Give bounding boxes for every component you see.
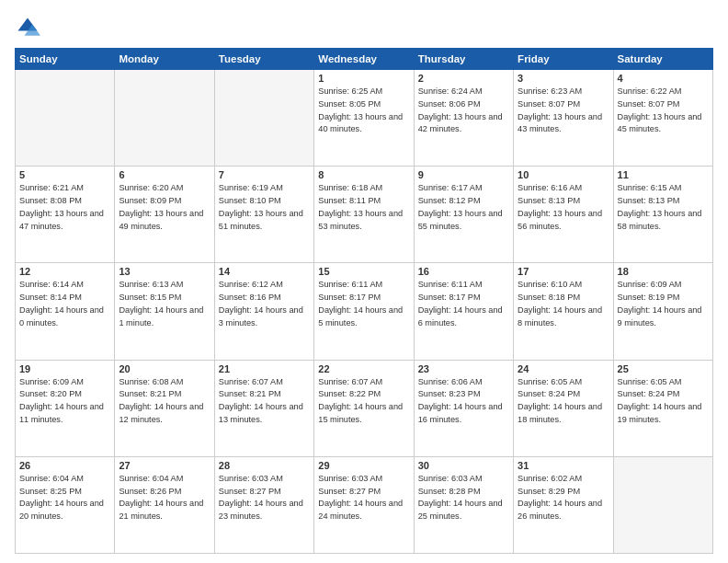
sunrise-label: Sunrise: 6:11 AM: [418, 280, 483, 289]
sunrise-label: Sunrise: 6:05 AM: [518, 377, 582, 386]
sunset-label: Sunset: 8:06 PM: [418, 99, 481, 109]
calendar-day-header: Sunday: [16, 49, 115, 70]
daylight-label: Daylight: 14 hours and 0 minutes.: [19, 305, 104, 327]
daylight-label: Daylight: 14 hours and 21 minutes.: [119, 499, 203, 521]
day-number: 7: [219, 169, 310, 180]
sunset-label: Sunset: 8:15 PM: [119, 293, 181, 302]
calendar-cell: 23 Sunrise: 6:06 AM Sunset: 8:23 PM Dayl…: [414, 360, 513, 456]
daylight-label: Daylight: 13 hours and 45 minutes.: [618, 112, 702, 134]
page: SundayMondayTuesdayWednesdayThursdayFrid…: [0, 0, 728, 563]
day-info: Sunrise: 6:19 AM Sunset: 8:10 PM Dayligh…: [219, 182, 310, 233]
day-number: 22: [318, 363, 409, 374]
day-info: Sunrise: 6:05 AM Sunset: 8:24 PM Dayligh…: [518, 376, 609, 427]
sunset-label: Sunset: 8:11 PM: [318, 196, 381, 205]
sunset-label: Sunset: 8:14 PM: [19, 293, 82, 302]
calendar-day-header: Friday: [514, 49, 613, 70]
day-number: 17: [518, 266, 609, 277]
sunset-label: Sunset: 8:22 PM: [318, 389, 381, 398]
sunset-label: Sunset: 8:16 PM: [219, 293, 281, 302]
logo-icon: [15, 15, 40, 40]
daylight-label: Daylight: 13 hours and 53 minutes.: [318, 209, 403, 231]
day-info: Sunrise: 6:11 AM Sunset: 8:17 PM Dayligh…: [418, 279, 509, 329]
sunset-label: Sunset: 8:18 PM: [518, 293, 580, 302]
day-number: 26: [19, 460, 110, 471]
sunrise-label: Sunrise: 6:03 AM: [318, 474, 382, 483]
day-info: Sunrise: 6:14 AM Sunset: 8:14 PM Dayligh…: [19, 279, 110, 329]
sunrise-label: Sunrise: 6:04 AM: [119, 474, 183, 483]
calendar-week-row: 19 Sunrise: 6:09 AM Sunset: 8:20 PM Dayl…: [16, 360, 713, 456]
sunset-label: Sunset: 8:21 PM: [219, 389, 281, 398]
sunrise-label: Sunrise: 6:12 AM: [219, 280, 283, 289]
sunrise-label: Sunrise: 6:15 AM: [618, 183, 682, 192]
calendar-cell: 2 Sunrise: 6:24 AM Sunset: 8:06 PM Dayli…: [414, 70, 513, 167]
calendar-week-row: 1 Sunrise: 6:25 AM Sunset: 8:05 PM Dayli…: [16, 70, 713, 167]
calendar-cell: 14 Sunrise: 6:12 AM Sunset: 8:16 PM Dayl…: [214, 263, 313, 360]
sunrise-label: Sunrise: 6:24 AM: [418, 86, 483, 96]
sunrise-label: Sunrise: 6:17 AM: [418, 183, 483, 192]
day-info: Sunrise: 6:03 AM Sunset: 8:27 PM Dayligh…: [219, 473, 310, 523]
calendar-cell: 21 Sunrise: 6:07 AM Sunset: 8:21 PM Dayl…: [214, 360, 313, 456]
sunrise-label: Sunrise: 6:25 AM: [318, 86, 382, 96]
sunset-label: Sunset: 8:17 PM: [318, 293, 381, 302]
daylight-label: Daylight: 14 hours and 25 minutes.: [418, 499, 503, 521]
sunrise-label: Sunrise: 6:07 AM: [318, 377, 382, 386]
day-info: Sunrise: 6:17 AM Sunset: 8:12 PM Dayligh…: [418, 182, 509, 233]
calendar-cell: 13 Sunrise: 6:13 AM Sunset: 8:15 PM Dayl…: [115, 263, 214, 360]
day-info: Sunrise: 6:07 AM Sunset: 8:22 PM Dayligh…: [318, 376, 409, 427]
day-number: 3: [518, 73, 609, 84]
calendar-day-header: Thursday: [414, 49, 513, 70]
calendar-cell: 7 Sunrise: 6:19 AM Sunset: 8:10 PM Dayli…: [214, 167, 313, 263]
calendar-cell: 1 Sunrise: 6:25 AM Sunset: 8:05 PM Dayli…: [314, 70, 414, 167]
calendar-day-header: Wednesday: [314, 49, 414, 70]
sunrise-label: Sunrise: 6:06 AM: [418, 377, 483, 386]
day-number: 23: [418, 363, 509, 374]
daylight-label: Daylight: 14 hours and 9 minutes.: [618, 305, 702, 327]
sunrise-label: Sunrise: 6:21 AM: [19, 183, 84, 192]
daylight-label: Daylight: 14 hours and 16 minutes.: [418, 402, 503, 424]
day-info: Sunrise: 6:09 AM Sunset: 8:20 PM Dayligh…: [19, 376, 110, 427]
calendar-day-header: Saturday: [613, 49, 712, 70]
sunrise-label: Sunrise: 6:18 AM: [318, 183, 382, 192]
calendar-cell: 6 Sunrise: 6:20 AM Sunset: 8:09 PM Dayli…: [115, 167, 214, 263]
daylight-label: Daylight: 14 hours and 12 minutes.: [119, 402, 203, 424]
day-number: 10: [518, 169, 609, 180]
day-info: Sunrise: 6:12 AM Sunset: 8:16 PM Dayligh…: [219, 279, 310, 329]
day-number: 24: [518, 363, 609, 374]
daylight-label: Daylight: 13 hours and 43 minutes.: [518, 112, 602, 134]
day-info: Sunrise: 6:25 AM Sunset: 8:05 PM Dayligh…: [318, 86, 409, 136]
sunrise-label: Sunrise: 6:05 AM: [618, 377, 682, 386]
daylight-label: Daylight: 14 hours and 5 minutes.: [318, 305, 403, 327]
sunrise-label: Sunrise: 6:22 AM: [618, 86, 682, 96]
calendar-cell: 31 Sunrise: 6:02 AM Sunset: 8:29 PM Dayl…: [514, 456, 613, 553]
sunset-label: Sunset: 8:10 PM: [219, 196, 281, 205]
daylight-label: Daylight: 13 hours and 49 minutes.: [119, 209, 203, 231]
daylight-label: Daylight: 13 hours and 42 minutes.: [418, 112, 503, 134]
sunset-label: Sunset: 8:05 PM: [318, 99, 381, 109]
header: [15, 15, 713, 40]
calendar-cell: [16, 70, 115, 167]
daylight-label: Daylight: 14 hours and 15 minutes.: [318, 402, 403, 424]
calendar-cell: 16 Sunrise: 6:11 AM Sunset: 8:17 PM Dayl…: [414, 263, 513, 360]
day-info: Sunrise: 6:02 AM Sunset: 8:29 PM Dayligh…: [518, 473, 609, 523]
sunset-label: Sunset: 8:27 PM: [219, 487, 281, 496]
calendar-cell: 3 Sunrise: 6:23 AM Sunset: 8:07 PM Dayli…: [514, 70, 613, 167]
calendar-cell: 4 Sunrise: 6:22 AM Sunset: 8:07 PM Dayli…: [613, 70, 712, 167]
calendar-day-header: Tuesday: [214, 49, 313, 70]
sunrise-label: Sunrise: 6:04 AM: [19, 474, 84, 483]
day-info: Sunrise: 6:07 AM Sunset: 8:21 PM Dayligh…: [219, 376, 310, 427]
daylight-label: Daylight: 13 hours and 55 minutes.: [418, 209, 503, 231]
calendar-cell: 17 Sunrise: 6:10 AM Sunset: 8:18 PM Dayl…: [514, 263, 613, 360]
daylight-label: Daylight: 13 hours and 47 minutes.: [19, 209, 104, 231]
calendar-cell: 12 Sunrise: 6:14 AM Sunset: 8:14 PM Dayl…: [16, 263, 115, 360]
calendar-cell: 22 Sunrise: 6:07 AM Sunset: 8:22 PM Dayl…: [314, 360, 414, 456]
day-info: Sunrise: 6:18 AM Sunset: 8:11 PM Dayligh…: [318, 182, 409, 233]
day-number: 19: [19, 363, 110, 374]
day-number: 20: [119, 363, 210, 374]
sunset-label: Sunset: 8:07 PM: [618, 99, 680, 109]
sunset-label: Sunset: 8:19 PM: [618, 293, 680, 302]
calendar-cell: 25 Sunrise: 6:05 AM Sunset: 8:24 PM Dayl…: [613, 360, 712, 456]
daylight-label: Daylight: 14 hours and 8 minutes.: [518, 305, 602, 327]
calendar-cell: 9 Sunrise: 6:17 AM Sunset: 8:12 PM Dayli…: [414, 167, 513, 263]
day-number: 14: [219, 266, 310, 277]
calendar-cell: 18 Sunrise: 6:09 AM Sunset: 8:19 PM Dayl…: [613, 263, 712, 360]
